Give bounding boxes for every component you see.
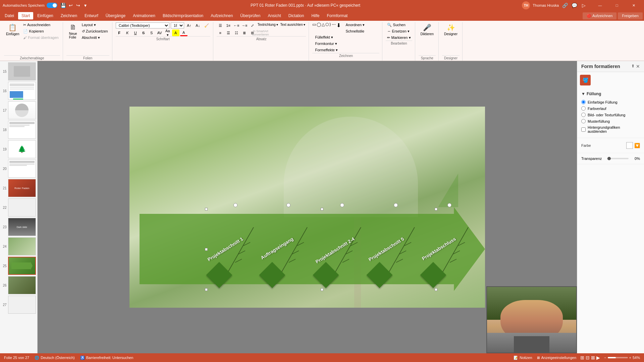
menu-datei[interactable]: Datei: [1, 12, 17, 19]
shadow-button[interactable]: S: [148, 29, 155, 36]
slide-thumb-25[interactable]: 25: [1, 257, 36, 275]
rotate-handle-4[interactable]: [394, 203, 398, 207]
reading-view-button[interactable]: ⊠: [591, 355, 595, 360]
slide-thumb-18[interactable]: 18: [1, 121, 36, 139]
numbering-button[interactable]: 1≡: [225, 22, 232, 29]
fill-section-header[interactable]: ▼ Füllung: [581, 90, 640, 98]
layout-button[interactable]: Layout ▾: [80, 22, 109, 28]
menu-dictation[interactable]: Dictation: [285, 12, 308, 19]
kontur-button[interactable]: Formkontur ▾: [314, 41, 339, 47]
clear-format-button[interactable]: 🧹: [203, 22, 210, 29]
anordnen-button[interactable]: Anordnen ▾: [344, 22, 366, 28]
font-color-button[interactable]: A: [180, 29, 187, 36]
align-justify-button[interactable]: ≣: [241, 29, 248, 36]
save-icon[interactable]: 💾: [60, 2, 67, 9]
sel-handle-ml[interactable]: [205, 248, 208, 251]
bold-button[interactable]: F: [116, 29, 123, 36]
more-icon[interactable]: ▾: [82, 2, 89, 9]
picture-fill-radio[interactable]: [581, 113, 586, 117]
menu-aufzeichnen[interactable]: Aufzeichnen: [207, 12, 236, 19]
rotate-handle-1[interactable]: [233, 203, 237, 207]
sel-handle-bm[interactable]: [321, 288, 323, 291]
slide-sorter-button[interactable]: ⊟: [586, 355, 590, 360]
suchen-button[interactable]: 🔍 Suchen: [386, 22, 412, 28]
pattern-fill-option[interactable]: Musterfüllung: [581, 118, 640, 124]
strikethrough-button[interactable]: S: [140, 29, 147, 36]
redo-icon[interactable]: ↪: [75, 2, 82, 9]
indent-less-button[interactable]: ←≡: [233, 22, 240, 29]
zuruecksetzen-button[interactable]: ↺ Zurücksetzen: [80, 28, 109, 34]
slide-thumb-26[interactable]: 26: [1, 276, 36, 294]
italic-button[interactable]: K: [124, 29, 131, 36]
slide-thumb-17[interactable]: 17: [1, 101, 36, 119]
transparency-slider[interactable]: [607, 158, 629, 159]
align-left-button[interactable]: ≡: [217, 29, 224, 36]
menu-einfuegen[interactable]: Einfügen: [34, 12, 56, 19]
menu-uebergaenge[interactable]: Übergänge: [102, 12, 129, 19]
menu-ansicht[interactable]: Ansicht: [264, 12, 284, 19]
language-status[interactable]: 🌐 Deutsch (Österreich): [35, 356, 74, 360]
hide-bg-option[interactable]: Hintergrundgrafiken ausblenden: [581, 124, 640, 134]
shape-item[interactable]: ▭: [312, 22, 316, 34]
char-spacing-button[interactable]: AV: [156, 29, 163, 36]
align-right-button[interactable]: ☷: [233, 29, 240, 36]
solid-fill-radio[interactable]: [581, 100, 586, 104]
present-icon[interactable]: ▷: [580, 2, 587, 9]
maximize-button[interactable]: □: [609, 0, 625, 11]
aufzeichnen-button[interactable]: 🔴 Aufzeichnen: [583, 12, 616, 19]
sel-handle-bl[interactable]: [205, 288, 208, 291]
font-family-select[interactable]: Calibri (Textkörper): [116, 22, 169, 28]
undo-icon[interactable]: ↩: [67, 2, 74, 9]
rotate-handle-5[interactable]: [447, 203, 451, 207]
effekte-button[interactable]: Formeffekte ▾: [314, 47, 339, 53]
gradient-fill-radio[interactable]: [581, 106, 586, 111]
share-icon[interactable]: 🔗: [561, 2, 568, 9]
bullets-button[interactable]: ☰: [217, 22, 224, 29]
highlight-button[interactable]: A: [172, 29, 179, 36]
picture-fill-option[interactable]: Bild- oder Texturfüllung: [581, 112, 640, 118]
slide-thumb-27[interactable]: 27: [1, 296, 36, 314]
rotate-handle-2[interactable]: [286, 203, 290, 207]
indent-more-button[interactable]: →≡: [241, 22, 248, 29]
menu-animationen[interactable]: Animationen: [129, 12, 159, 19]
color-swatch[interactable]: [626, 142, 633, 149]
menu-bildschirm[interactable]: Bildschirmpräsentation: [159, 12, 207, 19]
diktieren-button[interactable]: 🎤 Diktieren: [419, 22, 436, 37]
slide-thumb-22[interactable]: 22: [1, 198, 36, 217]
smartart-button[interactable]: ⤢: [249, 22, 256, 29]
neue-folie-button[interactable]: 🗎 NeueFolie: [66, 22, 80, 41]
designer-button[interactable]: ✨ Designer: [442, 22, 460, 37]
gradient-fill-option[interactable]: Farbverlauf: [581, 105, 640, 112]
menu-formformat[interactable]: Formformat: [323, 12, 351, 19]
sel-handle-tm[interactable]: [321, 208, 323, 210]
menu-start[interactable]: Start: [18, 12, 33, 19]
decrease-font-button[interactable]: A↓: [194, 22, 202, 29]
schnellstile-button[interactable]: Schnellstile: [344, 28, 366, 34]
menu-hilfe[interactable]: Hilfe: [308, 12, 323, 19]
hide-bg-checkbox[interactable]: [581, 127, 586, 132]
font-size-select[interactable]: 18: [171, 22, 184, 28]
rotate-handle-3[interactable]: [340, 203, 344, 207]
slide-thumb-23[interactable]: 23 Dark slide: [1, 218, 36, 236]
zoom-slider[interactable]: [608, 357, 628, 358]
close-button[interactable]: ✕: [626, 0, 641, 11]
panel-collapse-button[interactable]: ⬆: [631, 64, 635, 69]
slideshow-button[interactable]: ▶: [596, 355, 600, 360]
fill-icon-button[interactable]: 🪣: [580, 75, 591, 85]
einfuegen-button[interactable]: 📋 Einfügen: [4, 22, 21, 37]
panel-close-button[interactable]: ✕: [636, 64, 640, 69]
menu-zeichnen[interactable]: Zeichnen: [57, 12, 80, 19]
zoom-out-button[interactable]: −: [604, 356, 606, 360]
solid-fill-option[interactable]: Einfarbige Füllung: [581, 99, 640, 105]
underline-button[interactable]: U: [132, 29, 139, 36]
align-center-button[interactable]: ☰: [225, 29, 232, 36]
eyedropper-icon[interactable]: 🔽: [634, 143, 640, 148]
sel-handle-tl[interactable]: [205, 208, 208, 210]
ersetzen-button[interactable]: ↔ Ersetzen ▾: [386, 28, 412, 34]
sel-handle-tr[interactable]: [435, 208, 437, 210]
notes-button[interactable]: 📝 Notizen: [514, 356, 532, 360]
slide-thumb-20[interactable]: 20: [1, 160, 36, 178]
slide-thumb-16[interactable]: 16: [1, 82, 36, 100]
increase-font-button[interactable]: A↑: [185, 22, 193, 29]
display-settings-button[interactable]: 🖥 Anzeigeeinstellungen: [536, 356, 577, 360]
